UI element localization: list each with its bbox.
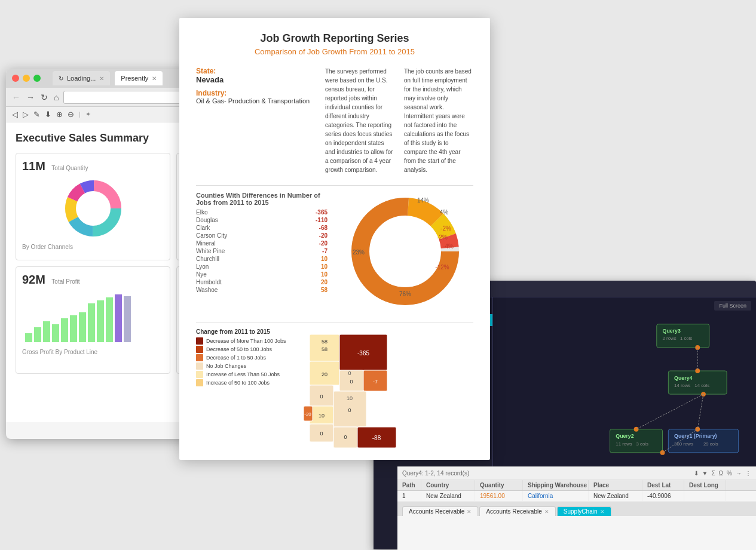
meta-desc1: The surveys performed were based on the … (325, 67, 394, 174)
active-tab[interactable]: Presently ✕ (115, 71, 163, 85)
svg-rect-50 (43, 321, 50, 342)
report-subtitle: Comparison of Job Growth From 2011 to 20… (196, 47, 473, 56)
close-button[interactable] (12, 75, 19, 82)
county-row: Humboldt20 (196, 278, 328, 286)
legend-title: Change from 2011 to 2015 (196, 328, 292, 335)
legend-swatch (196, 362, 203, 370)
tab-close-1[interactable]: ✕ (467, 509, 472, 515)
traffic-lights (12, 75, 41, 82)
legend-item: Decrease of More Than 100 Jobs (196, 337, 292, 345)
svg-text:29 cols: 29 cols (703, 441, 718, 447)
legend-swatch (196, 371, 203, 378)
toolbar-download-icon[interactable]: ⬇ (45, 110, 51, 119)
toolbar-back-icon[interactable]: ◁ (12, 110, 18, 119)
kpi-total-quantity: 11M Total Quantity (16, 153, 170, 260)
home-button[interactable]: ⌂ (53, 91, 60, 103)
svg-text:11 rows: 11 rows (616, 441, 632, 447)
tab-close-3[interactable]: ✕ (600, 509, 605, 515)
county-name: Carson City (196, 232, 227, 239)
tab-supplychain[interactable]: SupplyChain ✕ (557, 506, 611, 516)
minimize-button[interactable] (23, 75, 30, 82)
legend-item: Decrease of 50 to 100 Jobs (196, 346, 292, 353)
svg-rect-48 (25, 333, 32, 342)
svg-text:0: 0 (350, 379, 353, 385)
tab-accounts-2[interactable]: Accounts Receivable ✕ (479, 506, 555, 516)
table-toolbar: Query4: 1-2, 14 record(s) ⬇ ▼ Σ Ω % → ⋮ (397, 467, 756, 480)
loading-tab[interactable]: ↻ Loading... ✕ (53, 71, 110, 85)
forward-button[interactable]: → (25, 91, 36, 103)
county-name: Elko (196, 209, 207, 216)
back-button[interactable]: ← (11, 91, 22, 103)
svg-text:-4%: -4% (443, 243, 454, 250)
donut-big-chart: 76% 23% 14% 4% -2% -2% -4% -12% (345, 192, 465, 311)
svg-text:76%: 76% (399, 291, 411, 297)
report-title: Job Growth Reporting Series (196, 32, 473, 45)
table-tabs: Accounts Receivable ✕ Accounts Receivabl… (397, 502, 756, 516)
svg-point-85 (372, 219, 438, 284)
meta-desc2: The job counts are based on full time em… (404, 67, 473, 174)
legend-item: No Job Changes (196, 362, 292, 370)
county-name: Clark (196, 225, 210, 231)
active-tab-close[interactable]: ✕ (152, 75, 157, 82)
svg-text:2 rows: 2 rows (663, 336, 677, 341)
county-row: Nye10 (196, 271, 328, 278)
svg-text:-88: -88 (372, 435, 381, 441)
cell-country: New Zealand (421, 491, 475, 501)
svg-rect-59 (124, 296, 131, 342)
svg-line-143 (636, 394, 703, 429)
legend-swatch (196, 346, 203, 353)
svg-rect-51 (52, 324, 59, 342)
map-legend: Change from 2011 to 2015 Decrease of Mor… (196, 328, 292, 456)
legend-item: Increase of 50 to 100 Jobs (196, 379, 292, 386)
toolbar-zoom-in-icon[interactable]: ⊕ (56, 110, 63, 119)
county-name: Humboldt (196, 279, 222, 285)
svg-text:20: 20 (322, 371, 328, 377)
fullscreen-button[interactable]: Full Screen (714, 301, 751, 311)
svg-text:1 cols: 1 cols (680, 336, 693, 341)
toolbar-zoom-out-icon[interactable]: ⊖ (68, 110, 74, 119)
svg-text:0: 0 (320, 394, 323, 400)
county-name: Washoe (196, 287, 218, 293)
county-row: Clark-68 (196, 224, 328, 232)
legend-swatch (196, 379, 203, 386)
legend-swatch (196, 337, 203, 345)
svg-text:-2%: -2% (437, 234, 448, 241)
counties-table: Elko-365Douglas-110Clark-68Carson City-2… (196, 208, 328, 294)
svg-text:Query2: Query2 (616, 433, 633, 439)
legend-label: Decrease of More Than 100 Jobs (206, 338, 286, 344)
legend-label: Increase of 50 to 100 Jobs (206, 380, 270, 386)
table-row: 1 New Zealand 19561.00 California New Ze… (397, 491, 756, 502)
svg-text:14 rows: 14 rows (674, 383, 690, 388)
county-name: Douglas (196, 217, 218, 223)
svg-text:Query3: Query3 (663, 328, 681, 334)
col-path: Path (397, 480, 421, 490)
county-value: 20 (321, 279, 328, 285)
legend-item: Decrease of 1 to 50 Jobs (196, 354, 292, 361)
refresh-button[interactable]: ↻ (39, 91, 49, 103)
county-row: White Pine-7 (196, 247, 328, 255)
maximize-button[interactable] (33, 75, 41, 82)
svg-text:4%: 4% (440, 209, 449, 216)
county-value: -365 (316, 209, 328, 216)
cell-warehouse: California (523, 491, 589, 501)
svg-point-7 (78, 193, 109, 224)
county-name: Churchill (196, 256, 219, 262)
legend-swatch (196, 354, 203, 361)
loading-tab-close[interactable]: ✕ (99, 75, 104, 82)
svg-text:Query1 (Primary): Query1 (Primary) (674, 433, 717, 439)
svg-text:10: 10 (319, 413, 325, 419)
county-value: -7 (322, 248, 328, 254)
county-row: Carson City-20 (196, 232, 328, 239)
svg-rect-56 (97, 300, 104, 342)
toolbar-edit-icon[interactable]: ✎ (33, 110, 40, 119)
county-name: Mineral (196, 240, 216, 247)
svg-rect-57 (106, 297, 113, 342)
toolbar-forward-icon[interactable]: ▷ (23, 110, 29, 119)
county-value: -110 (316, 217, 328, 223)
svg-text:3 cols: 3 cols (636, 441, 649, 447)
cell-path: 1 (397, 491, 421, 501)
tab-accounts-1[interactable]: Accounts Receivable ✕ (402, 506, 478, 516)
tab-close-2[interactable]: ✕ (544, 509, 549, 515)
svg-rect-55 (88, 303, 95, 342)
col-quantity: Quantity (475, 480, 523, 490)
